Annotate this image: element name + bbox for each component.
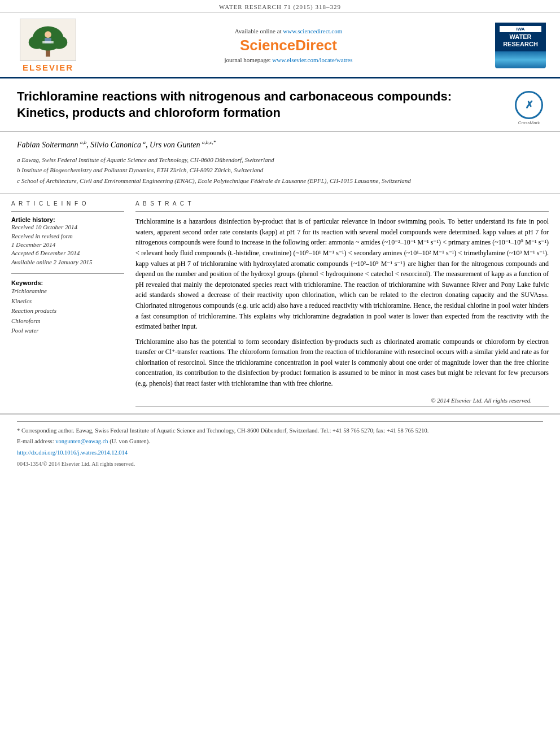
email-link[interactable]: vongunten@eawag.ch — [55, 438, 108, 444]
affiliation-b: b Institute of Biogeochemistry and Pollu… — [17, 165, 543, 175]
keyword-4: Chloroform — [11, 316, 124, 326]
revised-label: Received in revised form — [11, 232, 124, 241]
authors-text: Fabian Soltermann a,b, Silvio Canonica a… — [17, 141, 216, 149]
accepted-date: Accepted 6 December 2014 — [11, 249, 124, 257]
center-header: Available online at www.sciencedirect.co… — [85, 28, 492, 63]
issn-line: 0043-1354/© 2014 Elsevier Ltd. All right… — [17, 460, 543, 468]
wr-badge: IWA WATER RESEARCH — [495, 23, 546, 51]
keywords-label: Keywords: — [11, 279, 124, 286]
revised-date: 1 December 2014 — [11, 241, 124, 249]
footnotes-section: * Corresponding author. Eawag, Swiss Fed… — [0, 414, 560, 475]
keyword-5: Pool water — [11, 326, 124, 336]
corresponding-author-text: Eawag, Swiss Federal Institute of Aquati… — [76, 427, 428, 434]
wr-wave — [495, 51, 546, 68]
abstract-column: A B S T R A C T Trichloramine is a hazar… — [135, 200, 549, 407]
keyword-2: Kinetics — [11, 296, 124, 307]
affiliations: a Eawag, Swiss Federal Institute of Aqua… — [17, 155, 543, 186]
copyright-line: © 2014 Elsevier Ltd. All rights reserved… — [135, 394, 549, 407]
svg-rect-7 — [42, 41, 54, 43]
doi-line: http://dx.doi.org/10.1016/j.watres.2014.… — [17, 448, 543, 457]
elsevier-tree-svg — [20, 19, 76, 61]
keyword-1: Trichloramine — [11, 286, 124, 296]
elsevier-tree-image — [20, 19, 76, 61]
abstract-divider — [135, 211, 549, 212]
authors-line: Fabian Soltermann a,b, Silvio Canonica a… — [17, 139, 543, 150]
email-suffix: (U. von Gunten). — [110, 438, 150, 444]
info-divider — [11, 211, 124, 212]
abstract-paragraph-2: Trichloramine also has the potential to … — [135, 337, 549, 389]
doi-link[interactable]: http://dx.doi.org/10.1016/j.watres.2014.… — [17, 449, 128, 456]
sciencedirect-url[interactable]: www.sciencedirect.com — [283, 28, 342, 34]
article-title-section: Trichloramine reactions with nitrogenous… — [0, 78, 560, 132]
corresponding-author-line: * Corresponding author. Eawag, Swiss Fed… — [17, 426, 543, 435]
history-label: Article history: — [11, 216, 124, 223]
keyword-3: Reaction products — [11, 306, 124, 316]
abstract-paragraph-1: Trichloramine is a hazardous disinfectio… — [135, 216, 549, 332]
crossmark-circle: ✗ — [515, 91, 543, 119]
footnotes-divider — [17, 421, 543, 422]
article-history-block: Article history: Received 10 October 201… — [11, 216, 124, 267]
crossmark-symbol: ✗ — [525, 99, 533, 111]
abstract-label: A B S T R A C T — [135, 200, 549, 207]
journal-citation: WATER RESEARCH 71 (2015) 318–329 — [219, 3, 341, 10]
crossmark-logo: ✗ CrossMark — [515, 91, 543, 125]
article-info-label: A R T I C L E I N F O — [11, 200, 124, 207]
journal-url[interactable]: www.elsevier.com/locate/watres — [272, 56, 352, 63]
water-research-logo: IWA WATER RESEARCH — [492, 23, 549, 68]
article-info-column: A R T I C L E I N F O Article history: R… — [11, 200, 124, 407]
keywords-section: Keywords: Trichloramine Kinetics Reactio… — [11, 279, 124, 336]
elsevier-logo: ELSEVIER — [11, 19, 85, 72]
two-col-body: A R T I C L E I N F O Article history: R… — [0, 194, 560, 414]
corresponding-author-label: * Corresponding author. — [17, 427, 75, 434]
wr-title: WATER RESEARCH — [500, 33, 541, 48]
sciencedirect-title: ScienceDirect — [85, 37, 492, 54]
article-title: Trichloramine reactions with nitrogenous… — [17, 89, 504, 121]
journal-header: WATER RESEARCH 71 (2015) 318–329 — [0, 0, 560, 13]
crossmark-label: CrossMark — [515, 120, 543, 125]
copyright-text: © 2014 Elsevier Ltd. All rights reserved… — [431, 397, 532, 404]
available-online-text: Available online at www.sciencedirect.co… — [85, 28, 492, 34]
email-label: E-mail address: — [17, 438, 54, 444]
article-title-row: Trichloramine reactions with nitrogenous… — [17, 89, 543, 125]
affiliation-c: c School of Architecture, Civil and Envi… — [17, 176, 543, 186]
iwa-text: IWA — [500, 26, 541, 32]
authors-section: Fabian Soltermann a,b, Silvio Canonica a… — [0, 132, 560, 194]
abstract-text: Trichloramine is a hazardous disinfectio… — [135, 216, 549, 389]
elsevier-wordmark: ELSEVIER — [23, 63, 73, 72]
available-date: Available online 2 January 2015 — [11, 258, 124, 267]
email-line: E-mail address: vongunten@eawag.ch (U. v… — [17, 437, 543, 446]
svg-point-5 — [45, 31, 51, 38]
affiliation-a: a Eawag, Swiss Federal Institute of Aqua… — [17, 155, 543, 165]
received-date: Received 10 October 2014 — [11, 223, 124, 231]
journal-homepage-text: journal homepage: www.elsevier.com/locat… — [85, 56, 492, 63]
logos-row: ELSEVIER Available online at www.science… — [0, 13, 560, 78]
keywords-divider — [11, 273, 124, 274]
